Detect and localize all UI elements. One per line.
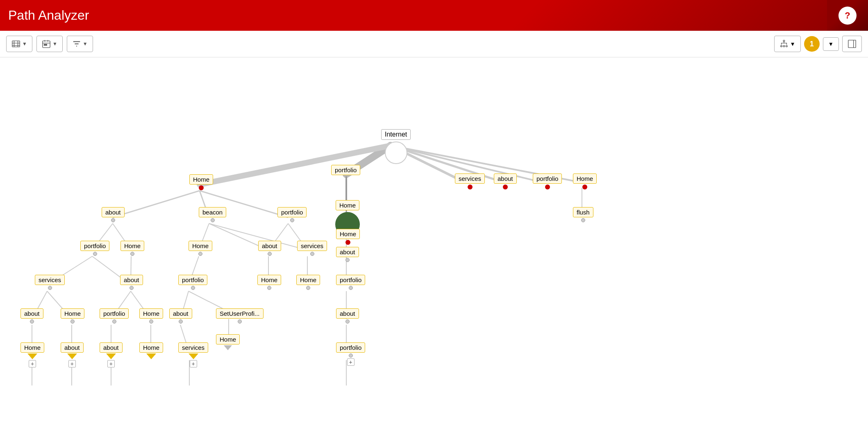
portfolio-l1-node[interactable]: portfolio [277,207,307,222]
about-l4-node[interactable]: about [169,308,192,324]
about-l2b-label: about [120,275,143,285]
badge-count[interactable]: 1 [804,36,820,52]
home-l3a-dot [70,319,75,324]
beacon-node[interactable]: beacon [199,207,226,222]
tree-button[interactable]: ▼ [774,36,801,52]
home-l3c-label: Home [257,275,281,285]
portfolio-l3a-dot [191,286,195,290]
about-bot-dot [345,319,350,324]
services-top-node[interactable]: services [455,173,485,189]
setuserprofi-label: SetUserProfi... [216,308,264,319]
header-logo: ? [827,0,868,31]
about-l1-dot [111,218,115,222]
home-ab-node[interactable]: Home [336,229,360,245]
about-l2b-dot [130,286,134,290]
portfolio-l3a-node[interactable]: portfolio [178,275,207,290]
about-l2b-node[interactable]: about [120,275,143,290]
home-ab-label: Home [336,229,360,239]
dropdown-button[interactable]: ▼ [823,37,839,51]
portfolio-top2-node[interactable]: portfolio [533,173,562,189]
portfolio-botb-plus[interactable]: + [347,358,354,366]
calendar-chevron: ▼ [52,41,57,47]
about-l1-node[interactable]: about [102,207,125,222]
home-main-node[interactable]: Home [189,174,213,190]
setuserprofi-node[interactable]: SetUserProfi... [216,308,264,324]
about-home-dot [345,258,350,262]
portfolio-top-node[interactable]: portfolio [331,165,360,175]
about-l4b-node[interactable]: about + [61,342,84,367]
portfolio-top2-label: portfolio [533,173,562,184]
home-l3b-dot [149,319,153,324]
setuserprofi-dot [238,319,242,324]
portfolio-home-node[interactable]: portfolio [336,275,365,290]
about-top-node[interactable]: about [494,173,517,189]
services-l4-node[interactable]: services + [178,342,208,367]
about-l4-label: about [169,308,192,319]
home-top-node[interactable]: Home [573,173,597,189]
internet-node[interactable]: Internet [381,129,411,164]
home-l3b-node[interactable]: Home [139,308,163,324]
portfolio-l3a-label: portfolio [178,275,207,285]
about-l2c-node[interactable]: about [258,241,281,256]
portfolio-top-label: portfolio [331,165,360,175]
flush-node[interactable]: flush [573,207,593,222]
svg-line-10 [200,146,391,185]
map-button[interactable]: ▼ [6,36,32,52]
filter-button[interactable]: ▼ [67,36,93,52]
beacon-label: beacon [199,207,226,217]
home-l4d-label: Home [139,342,163,353]
dropdown-chevron: ▼ [828,41,834,47]
portfolio-l3b-node[interactable]: portfolio [100,308,129,324]
portfolio-l2a-label: portfolio [80,241,109,251]
about-l4b-triangle [67,353,77,359]
help-button[interactable]: ? [838,7,857,25]
services-l4-plus[interactable]: + [190,360,197,367]
home-l4a-plus[interactable]: + [29,360,36,367]
about-bot-label: about [336,308,359,319]
panel-button[interactable] [842,36,862,52]
about-l4b-label: about [61,342,84,353]
home-l3a-node[interactable]: Home [61,308,84,324]
home-setuserprofi-node[interactable]: Home [216,334,240,350]
about-l4b-plus[interactable]: + [68,360,76,367]
calendar-button[interactable]: ▼ [36,36,63,52]
flush-label: flush [573,207,593,217]
home-l3b-label: Home [139,308,163,319]
about-home-node[interactable]: about [336,247,359,262]
svg-point-6 [783,46,785,47]
about-l4c-plus[interactable]: + [107,360,115,367]
svg-point-7 [786,46,787,47]
home-l2a-label: Home [120,241,144,251]
home-top-label: Home [573,173,597,184]
about-l3-left-dot [30,319,34,324]
home-l3c-node[interactable]: Home [257,275,281,290]
services-top-label: services [455,173,485,184]
services-l4-triangle [189,353,198,359]
home-ab-dot [345,240,350,245]
portfolio-home-dot [349,286,353,290]
page-title: Path Analyzer [8,8,89,23]
home-l4d-node[interactable]: Home [139,342,163,359]
home-l3d-node[interactable]: Home [296,275,320,290]
portfolio-l3b-label: portfolio [100,308,129,319]
canvas: Internet portfolio Home services about p… [0,57,868,447]
svg-rect-0 [12,41,20,47]
portfolio-botb-dot [349,353,353,358]
portfolio-top2-dot [545,185,550,189]
services-l2a-node[interactable]: services [35,275,65,290]
portfolio-botb-node[interactable]: portfolio + [336,342,365,366]
home-l2b-node[interactable]: Home [189,241,212,256]
home-l4a-node[interactable]: Home + [20,342,44,367]
portfolio-l2a-node[interactable]: portfolio [80,241,109,256]
services-l2a-label: services [35,275,65,285]
home-top-dot [582,185,587,189]
services-l2c-dot [310,252,314,256]
about-l3-left-node[interactable]: about [20,308,43,324]
home-main-label: Home [189,174,213,185]
home-l2a-node[interactable]: Home [120,241,144,256]
services-l2c-node[interactable]: services [297,241,327,256]
about-l4c-node[interactable]: about + [100,342,123,367]
about-bot-node[interactable]: about [336,308,359,324]
home-l4a-triangle [27,353,37,359]
services-l2a-dot [48,286,52,290]
